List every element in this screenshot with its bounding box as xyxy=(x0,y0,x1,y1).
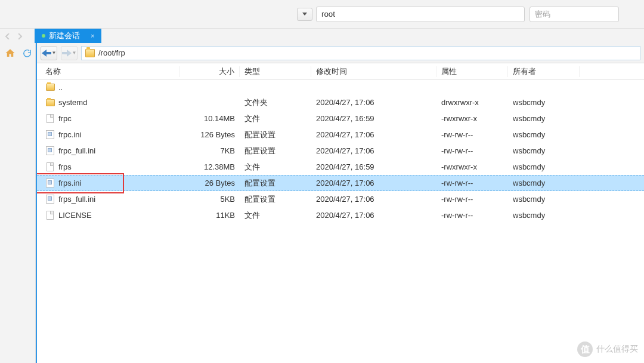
col-header-owner[interactable]: 所有者 xyxy=(508,66,580,77)
file-name: frps.ini xyxy=(58,179,81,187)
file-date: 2020/4/27, 17:06 xyxy=(311,130,436,139)
col-header-type[interactable]: 类型 xyxy=(240,66,311,77)
host-dropdown-button[interactable] xyxy=(297,8,312,21)
file-owner: wsbcmdy xyxy=(508,211,580,220)
file-owner: wsbcmdy xyxy=(508,179,580,187)
tab-prev-icon[interactable] xyxy=(5,32,16,42)
file-name: LICENSE xyxy=(58,211,92,220)
file-size: 126 Bytes xyxy=(180,130,240,139)
file-owner: wsbcmdy xyxy=(508,146,580,155)
ini-icon xyxy=(45,146,55,156)
file-owner: wsbcmdy xyxy=(508,98,580,107)
file-attr: -rw-rw-r-- xyxy=(436,179,508,187)
file-row[interactable]: frpc10.14MB文件2020/4/27, 16:59-rwxrwxr-xw… xyxy=(37,110,644,127)
file-size: 26 Bytes xyxy=(180,179,240,187)
tab-label: 新建会话 xyxy=(49,30,80,41)
file-row[interactable]: systemd文件夹2020/4/27, 17:06drwxrwxr-xwsbc… xyxy=(37,94,644,110)
file-row[interactable]: frps12.38MB文件2020/4/27, 16:59-rwxrwxr-xw… xyxy=(37,159,644,175)
file-attr: -rw-rw-r-- xyxy=(436,130,508,139)
col-header-name[interactable]: 名称 xyxy=(37,66,180,77)
ini-icon xyxy=(45,179,55,188)
file-size: 11KB xyxy=(180,211,240,220)
path-input[interactable]: /root/frp xyxy=(81,46,640,60)
file-type: 配置设置 xyxy=(240,146,311,156)
ini-icon xyxy=(45,130,55,140)
col-header-date[interactable]: 修改时间 xyxy=(311,66,436,77)
file-name: frpc.ini xyxy=(58,130,81,139)
file-owner: wsbcmdy xyxy=(508,162,580,171)
file-date: 2020/4/27, 17:06 xyxy=(311,98,436,107)
file-row[interactable]: frpc.ini126 Bytes配置设置2020/4/27, 17:06-rw… xyxy=(37,127,644,143)
file-size: 10.14MB xyxy=(180,114,240,123)
file-name: frpc_full.ini xyxy=(58,146,95,155)
file-name: frps xyxy=(58,162,72,171)
file-owner: wsbcmdy xyxy=(508,195,580,204)
nav-forward-button[interactable]: ▼ xyxy=(61,46,78,60)
refresh-icon[interactable] xyxy=(20,47,33,60)
file-icon xyxy=(45,211,55,220)
file-row[interactable]: frpc_full.ini7KB配置设置2020/4/27, 17:06-rw-… xyxy=(37,143,644,159)
file-date: 2020/4/27, 17:06 xyxy=(311,211,436,220)
file-list[interactable]: 名称 大小 类型 修改时间 属性 所有者 .. systemd文件夹2020/4… xyxy=(37,63,644,363)
file-row[interactable]: frps_full.ini5KB配置设置2020/4/27, 17:06-rw-… xyxy=(37,191,644,207)
file-type: 文件夹 xyxy=(240,97,311,108)
col-header-size[interactable]: 大小 xyxy=(180,66,240,77)
file-date: 2020/4/27, 17:06 xyxy=(311,146,436,155)
file-owner: wsbcmdy xyxy=(508,130,580,139)
connection-status-dot xyxy=(42,34,45,38)
file-attr: -rw-rw-r-- xyxy=(436,146,508,155)
file-attr: -rwxrwxr-x xyxy=(436,162,508,171)
file-list-header[interactable]: 名称 大小 类型 修改时间 属性 所有者 xyxy=(37,63,644,80)
parent-dir-row[interactable]: .. xyxy=(37,80,644,94)
file-type: 配置设置 xyxy=(240,178,311,189)
file-icon xyxy=(45,114,55,124)
file-type: 配置设置 xyxy=(240,194,311,205)
file-icon xyxy=(45,162,55,172)
file-name: systemd xyxy=(58,98,87,107)
file-date: 2020/4/27, 17:06 xyxy=(311,195,436,204)
col-header-attr[interactable]: 属性 xyxy=(436,66,508,77)
file-date: 2020/4/27, 17:06 xyxy=(311,179,436,187)
file-type: 配置设置 xyxy=(240,130,311,140)
file-date: 2020/4/27, 16:59 xyxy=(311,114,436,123)
parent-dir-name: .. xyxy=(58,83,63,92)
path-text: /root/frp xyxy=(98,48,125,57)
file-type: 文件 xyxy=(240,113,311,124)
file-row[interactable]: frps.ini26 Bytes配置设置2020/4/27, 17:06-rw-… xyxy=(37,175,644,191)
path-toolbar: ▼ ▼ /root/frp xyxy=(37,43,644,63)
file-size: 12.38MB xyxy=(180,162,240,171)
tab-new-session[interactable]: 新建会话 × xyxy=(35,29,101,43)
folder-icon xyxy=(45,98,55,107)
file-size: 5KB xyxy=(180,195,240,204)
file-name: frps_full.ini xyxy=(58,195,95,204)
file-type: 文件 xyxy=(240,210,311,221)
file-name: frpc xyxy=(58,114,72,123)
folder-icon xyxy=(85,49,95,57)
file-size: 7KB xyxy=(180,146,240,155)
home-icon[interactable] xyxy=(4,47,17,60)
tab-next-icon[interactable] xyxy=(17,32,27,42)
file-attr: -rw-rw-r-- xyxy=(436,195,508,204)
file-owner: wsbcmdy xyxy=(508,114,580,123)
side-toolbar xyxy=(0,43,36,363)
connection-bar xyxy=(0,0,644,29)
file-date: 2020/4/27, 16:59 xyxy=(311,162,436,171)
ini-icon xyxy=(45,195,55,204)
password-input[interactable] xyxy=(530,7,619,22)
file-type: 文件 xyxy=(240,162,311,173)
tab-strip: 新建会话 × xyxy=(0,29,644,43)
tab-close-button[interactable]: × xyxy=(91,32,94,39)
file-row[interactable]: LICENSE11KB文件2020/4/27, 17:06-rw-rw-r--w… xyxy=(37,207,644,223)
file-attr: drwxrwxr-x xyxy=(436,98,508,107)
host-input[interactable] xyxy=(316,7,525,22)
file-attr: -rw-rw-r-- xyxy=(436,211,508,220)
file-attr: -rwxrwxr-x xyxy=(436,114,508,123)
nav-back-button[interactable]: ▼ xyxy=(41,46,57,60)
